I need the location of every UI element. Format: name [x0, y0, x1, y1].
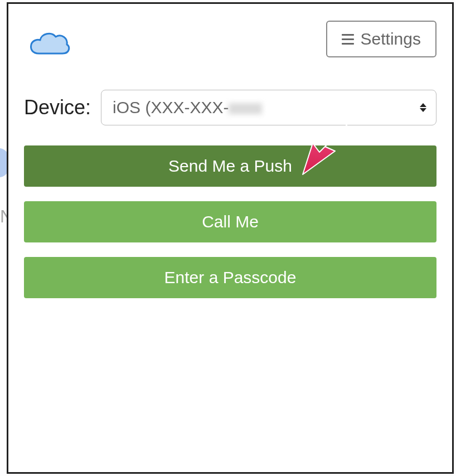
- device-label: Device:: [24, 96, 91, 119]
- hamburger-icon: [342, 34, 354, 45]
- send-push-button[interactable]: Send Me a Push: [24, 145, 436, 187]
- device-select-wrap: iOS (XXX-XXX-: [101, 90, 436, 125]
- header-row: Settings: [24, 21, 436, 66]
- settings-label: Settings: [361, 30, 421, 48]
- device-selected-text: iOS (XXX-XXX-: [113, 98, 229, 116]
- cloud-icon: [28, 29, 71, 58]
- enter-passcode-button[interactable]: Enter a Passcode: [24, 257, 436, 298]
- call-me-button[interactable]: Call Me: [24, 201, 436, 242]
- auth-prompt-frame: Settings Device: iOS (XXX-XXX- Send Me a…: [7, 2, 454, 474]
- cloud-logo: [24, 21, 75, 66]
- settings-button[interactable]: Settings: [326, 21, 436, 57]
- device-select[interactable]: iOS (XXX-XXX-: [101, 90, 436, 125]
- device-masked-digits: [229, 103, 262, 114]
- device-row: Device: iOS (XXX-XXX-: [24, 90, 436, 125]
